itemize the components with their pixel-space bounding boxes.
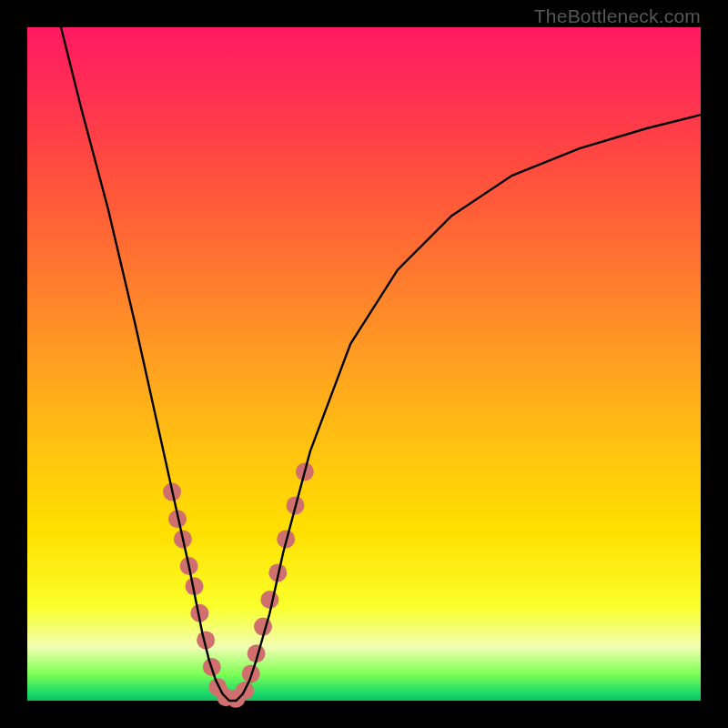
watermark-text: TheBottleneck.com — [534, 5, 701, 27]
bottleneck-curve — [61, 27, 701, 701]
marker-dot — [260, 591, 278, 609]
chart-svg — [27, 27, 701, 701]
plot-area — [27, 27, 701, 701]
chart-frame: TheBottleneck.com — [0, 0, 728, 728]
marker-group — [163, 462, 314, 707]
